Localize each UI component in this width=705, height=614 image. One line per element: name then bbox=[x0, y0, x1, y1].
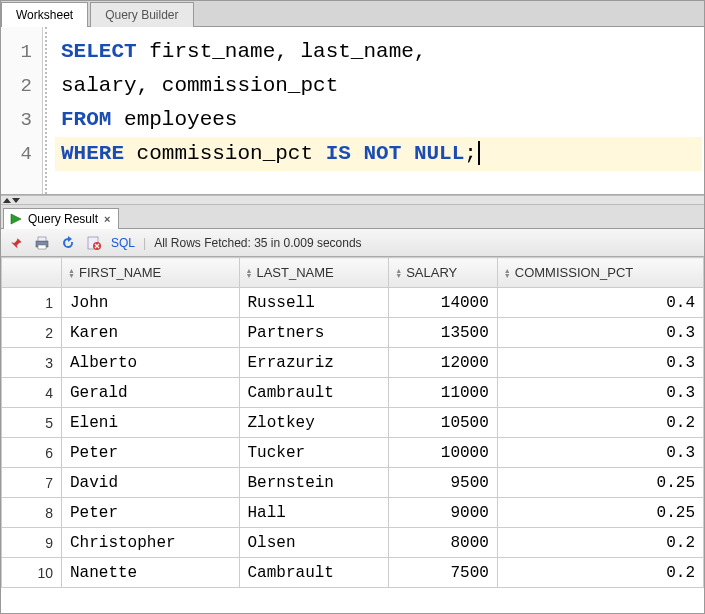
row-number: 6 bbox=[2, 438, 62, 468]
sort-icon[interactable]: ▲▼ bbox=[68, 268, 75, 278]
cell[interactable]: 0.4 bbox=[497, 288, 703, 318]
cell[interactable]: 14000 bbox=[389, 288, 498, 318]
cell[interactable]: 0.3 bbox=[497, 438, 703, 468]
cell[interactable]: Nanette bbox=[62, 558, 240, 588]
cell[interactable]: 0.25 bbox=[497, 498, 703, 528]
run-icon bbox=[10, 213, 22, 225]
row-number: 10 bbox=[2, 558, 62, 588]
line-gutter: 1234 bbox=[1, 27, 43, 194]
cell[interactable]: 8000 bbox=[389, 528, 498, 558]
cell[interactable]: Errazuriz bbox=[239, 348, 389, 378]
table-row[interactable]: 3AlbertoErrazuriz120000.3 bbox=[2, 348, 704, 378]
cell[interactable]: David bbox=[62, 468, 240, 498]
code-line[interactable]: WHERE commission_pct IS NOT NULL; bbox=[55, 137, 702, 171]
editor-tabs: Worksheet Query Builder bbox=[1, 1, 704, 27]
status-text: All Rows Fetched: 35 in 0.009 seconds bbox=[154, 236, 361, 250]
column-header[interactable]: ▲▼FIRST_NAME bbox=[62, 258, 240, 288]
collapse-down-icon bbox=[12, 198, 20, 203]
table-row[interactable]: 6PeterTucker100000.3 bbox=[2, 438, 704, 468]
cell[interactable]: 13500 bbox=[389, 318, 498, 348]
code-line[interactable]: FROM employees bbox=[55, 103, 702, 137]
print-icon[interactable] bbox=[33, 234, 51, 252]
cell[interactable]: Eleni bbox=[62, 408, 240, 438]
cell[interactable]: 9000 bbox=[389, 498, 498, 528]
sql-link[interactable]: SQL bbox=[111, 236, 135, 250]
cell[interactable]: 0.25 bbox=[497, 468, 703, 498]
cell[interactable]: 0.3 bbox=[497, 318, 703, 348]
column-label: SALARY bbox=[406, 265, 457, 280]
cell[interactable]: Cambrault bbox=[239, 558, 389, 588]
table-row[interactable]: 10NanetteCambrault75000.2 bbox=[2, 558, 704, 588]
cell[interactable]: 10500 bbox=[389, 408, 498, 438]
result-tabs: Query Result × bbox=[1, 205, 704, 229]
cell[interactable]: John bbox=[62, 288, 240, 318]
svg-rect-2 bbox=[38, 237, 46, 241]
cell[interactable]: Alberto bbox=[62, 348, 240, 378]
cell[interactable]: 0.2 bbox=[497, 558, 703, 588]
cell[interactable]: Cambrault bbox=[239, 378, 389, 408]
row-number: 8 bbox=[2, 498, 62, 528]
cell[interactable]: Zlotkey bbox=[239, 408, 389, 438]
separator: | bbox=[143, 236, 146, 250]
cancel-icon[interactable] bbox=[85, 234, 103, 252]
table-row[interactable]: 7DavidBernstein95000.25 bbox=[2, 468, 704, 498]
cell[interactable]: 0.2 bbox=[497, 528, 703, 558]
tab-query-result[interactable]: Query Result × bbox=[3, 208, 119, 229]
rownum-header bbox=[2, 258, 62, 288]
svg-marker-0 bbox=[11, 214, 21, 224]
sort-icon[interactable]: ▲▼ bbox=[504, 268, 511, 278]
cell[interactable]: Partners bbox=[239, 318, 389, 348]
cell[interactable]: 10000 bbox=[389, 438, 498, 468]
table-row[interactable]: 5EleniZlotkey105000.2 bbox=[2, 408, 704, 438]
refresh-icon[interactable] bbox=[59, 234, 77, 252]
collapse-up-icon bbox=[3, 198, 11, 203]
cell[interactable]: Russell bbox=[239, 288, 389, 318]
column-header[interactable]: ▲▼SALARY bbox=[389, 258, 498, 288]
cell[interactable]: Bernstein bbox=[239, 468, 389, 498]
cell[interactable]: 12000 bbox=[389, 348, 498, 378]
cell[interactable]: 0.2 bbox=[497, 408, 703, 438]
table-row[interactable]: 8PeterHall90000.25 bbox=[2, 498, 704, 528]
row-number: 2 bbox=[2, 318, 62, 348]
table-row[interactable]: 2KarenPartners135000.3 bbox=[2, 318, 704, 348]
row-number: 7 bbox=[2, 468, 62, 498]
row-number: 3 bbox=[2, 348, 62, 378]
line-number: 4 bbox=[1, 137, 42, 171]
tab-worksheet[interactable]: Worksheet bbox=[1, 2, 88, 27]
result-tab-label: Query Result bbox=[28, 212, 98, 226]
cell[interactable]: 7500 bbox=[389, 558, 498, 588]
cell[interactable]: Peter bbox=[62, 438, 240, 468]
result-grid[interactable]: ▲▼FIRST_NAME▲▼LAST_NAME▲▼SALARY▲▼COMMISS… bbox=[1, 257, 704, 613]
splitter-handle[interactable] bbox=[1, 195, 704, 205]
cell[interactable]: 9500 bbox=[389, 468, 498, 498]
cell[interactable]: Olsen bbox=[239, 528, 389, 558]
row-number: 9 bbox=[2, 528, 62, 558]
cell[interactable]: 11000 bbox=[389, 378, 498, 408]
code-line[interactable]: SELECT first_name, last_name, bbox=[55, 35, 702, 69]
cell[interactable]: 0.3 bbox=[497, 378, 703, 408]
tab-query-builder[interactable]: Query Builder bbox=[90, 2, 193, 27]
column-header[interactable]: ▲▼COMMISSION_PCT bbox=[497, 258, 703, 288]
cell[interactable]: 0.3 bbox=[497, 348, 703, 378]
cell[interactable]: Karen bbox=[62, 318, 240, 348]
sql-editor[interactable]: 1234 SELECT first_name, last_name,salary… bbox=[1, 27, 704, 195]
pin-icon[interactable] bbox=[7, 234, 25, 252]
sort-icon[interactable]: ▲▼ bbox=[246, 268, 253, 278]
cell[interactable]: Peter bbox=[62, 498, 240, 528]
row-number: 4 bbox=[2, 378, 62, 408]
cell[interactable]: Gerald bbox=[62, 378, 240, 408]
code-area[interactable]: SELECT first_name, last_name,salary, com… bbox=[45, 27, 704, 194]
table-row[interactable]: 1JohnRussell140000.4 bbox=[2, 288, 704, 318]
svg-rect-3 bbox=[38, 245, 46, 249]
line-number: 2 bbox=[1, 69, 42, 103]
column-header[interactable]: ▲▼LAST_NAME bbox=[239, 258, 389, 288]
table-row[interactable]: 9ChristopherOlsen80000.2 bbox=[2, 528, 704, 558]
cell[interactable]: Tucker bbox=[239, 438, 389, 468]
sort-icon[interactable]: ▲▼ bbox=[395, 268, 402, 278]
column-label: LAST_NAME bbox=[256, 265, 333, 280]
table-row[interactable]: 4GeraldCambrault110000.3 bbox=[2, 378, 704, 408]
cell[interactable]: Christopher bbox=[62, 528, 240, 558]
cell[interactable]: Hall bbox=[239, 498, 389, 528]
close-icon[interactable]: × bbox=[104, 213, 110, 225]
code-line[interactable]: salary, commission_pct bbox=[55, 69, 702, 103]
